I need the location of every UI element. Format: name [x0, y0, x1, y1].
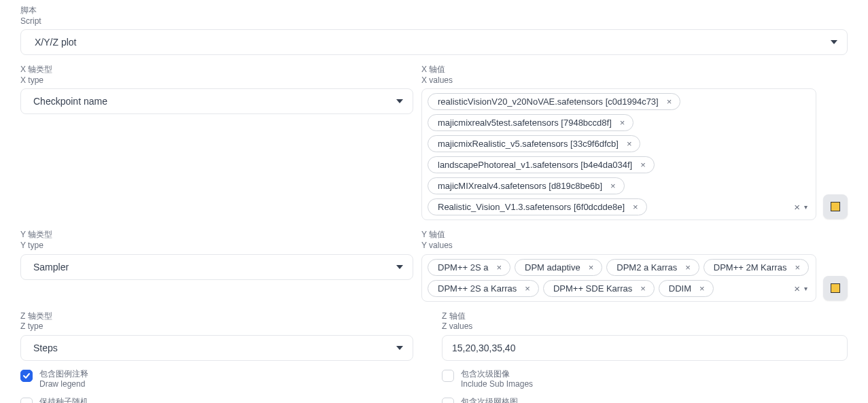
sub-grids-checkbox[interactable] — [442, 398, 454, 403]
value-chip: DPM++ 2S a Karras× — [428, 280, 539, 297]
chip-remove-icon[interactable]: × — [609, 181, 617, 191]
z-values-input[interactable] — [442, 335, 848, 361]
script-select-value: X/Y/Z plot — [35, 37, 76, 48]
x-type-value: Checkpoint name — [33, 96, 107, 107]
value-chip: realisticVisionV20_v20NoVAE.safetensors … — [428, 93, 680, 110]
chip-label: majicMIXrealv4.safetensors [d819c8be6b] — [438, 181, 602, 191]
chevron-down-icon — [396, 99, 403, 103]
value-chip: Realistic_Vision_V1.3.safetensors [6f0dc… — [428, 198, 647, 215]
value-chip: majicMIXrealv4.safetensors [d819c8be6b]× — [428, 177, 625, 194]
y-type-select[interactable]: Sampler — [20, 254, 413, 280]
z-type-label: Z 轴类型 Z type — [20, 311, 413, 332]
chip-remove-icon[interactable]: × — [639, 283, 647, 294]
sub-images-checkbox[interactable] — [442, 370, 454, 382]
value-chip: DPM++ 2M Karras× — [704, 259, 809, 276]
draw-legend-checkbox[interactable] — [20, 370, 33, 382]
clear-all-icon[interactable]: × — [794, 201, 800, 213]
chip-label: Realistic_Vision_V1.3.safetensors [6f0dc… — [438, 202, 625, 212]
value-chip: DPM2 a Karras× — [606, 259, 699, 276]
chip-label: DPM++ 2M Karras — [714, 262, 787, 273]
chip-label: landscapePhotoreal_v1.safetensors [b4e4d… — [438, 160, 632, 170]
x-values-label: X 轴值 X values — [421, 65, 816, 86]
chip-label: DPM++ 2S a Karras — [438, 283, 517, 294]
chip-label: realisticVisionV20_v20NoVAE.safetensors … — [438, 97, 659, 107]
y-type-value: Sampler — [33, 262, 69, 273]
chip-label: DPM2 a Karras — [617, 262, 677, 273]
chip-label: majicmixRealistic_v5.safetensors [33c9f6… — [438, 139, 619, 149]
chip-remove-icon[interactable]: × — [684, 262, 692, 273]
z-values-label: Z 轴值 Z values — [442, 311, 848, 332]
script-label: 脚本 Script — [20, 5, 848, 27]
preset-square-icon — [831, 283, 840, 293]
keep-seeds-label: 保持种子随机 Keep -1 for seeds — [39, 397, 104, 403]
z-type-select[interactable]: Steps — [20, 335, 413, 361]
chipbox-actions: ×▾ — [794, 201, 810, 213]
chevron-down-icon[interactable]: ▾ — [804, 285, 808, 292]
chip-remove-icon[interactable]: × — [523, 283, 532, 294]
chip-remove-icon[interactable]: × — [665, 97, 674, 107]
chip-remove-icon[interactable]: × — [495, 262, 503, 273]
chevron-down-icon — [396, 265, 403, 269]
draw-legend-label: 包含图例注释 Draw legend — [39, 369, 88, 390]
chip-remove-icon[interactable]: × — [587, 262, 595, 273]
chip-remove-icon[interactable]: × — [619, 118, 627, 128]
sub-images-label: 包含次级图像 Include Sub Images — [461, 369, 533, 390]
chip-label: DDIM — [669, 283, 691, 294]
value-chip: majicmixrealv5test.safetensors [7948bccd… — [428, 114, 633, 131]
value-chip: DDIM× — [659, 280, 714, 297]
chip-remove-icon[interactable]: × — [793, 262, 801, 273]
chipbox-actions: ×▾ — [794, 283, 810, 294]
keep-seeds-checkbox[interactable] — [20, 398, 33, 403]
z-type-value: Steps — [33, 343, 58, 353]
chevron-down-icon — [396, 346, 403, 350]
chip-label: DPM++ 2S a — [438, 262, 488, 273]
chip-label: DPM adaptive — [525, 262, 580, 273]
y-values-chipbox[interactable]: DPM++ 2S a×DPM adaptive×DPM2 a Karras×DP… — [421, 254, 816, 302]
value-chip: DPM++ 2S a× — [428, 259, 510, 276]
value-chip: landscapePhotoreal_v1.safetensors [b4e4d… — [428, 156, 655, 173]
clear-all-icon[interactable]: × — [794, 283, 800, 294]
chip-remove-icon[interactable]: × — [639, 160, 647, 170]
y-values-label: Y 轴值 Y values — [421, 230, 816, 251]
sub-grids-label: 包含次级网格图 Include Sub Grids — [461, 397, 525, 403]
chevron-down-icon — [831, 40, 837, 44]
preset-square-icon — [831, 202, 840, 211]
chip-remove-icon[interactable]: × — [631, 202, 640, 212]
chip-label: DPM++ SDE Karras — [553, 283, 632, 294]
chevron-down-icon[interactable]: ▾ — [804, 203, 808, 211]
x-preset-button[interactable] — [823, 194, 848, 219]
x-type-label: X 轴类型 X type — [20, 65, 413, 86]
y-type-label: Y 轴类型 Y type — [20, 230, 413, 251]
value-chip: DPM++ SDE Karras× — [543, 280, 655, 297]
chip-label: majicmixrealv5test.safetensors [7948bccd… — [438, 118, 612, 128]
chip-remove-icon[interactable]: × — [625, 139, 633, 149]
script-select[interactable]: X/Y/Z plot — [20, 29, 848, 55]
x-values-chipbox[interactable]: realisticVisionV20_v20NoVAE.safetensors … — [421, 88, 816, 220]
y-preset-button[interactable] — [823, 276, 848, 300]
value-chip: majicmixRealistic_v5.safetensors [33c9f6… — [428, 135, 640, 152]
chip-remove-icon[interactable]: × — [698, 283, 706, 294]
x-type-select[interactable]: Checkpoint name — [20, 88, 413, 114]
value-chip: DPM adaptive× — [515, 259, 602, 276]
